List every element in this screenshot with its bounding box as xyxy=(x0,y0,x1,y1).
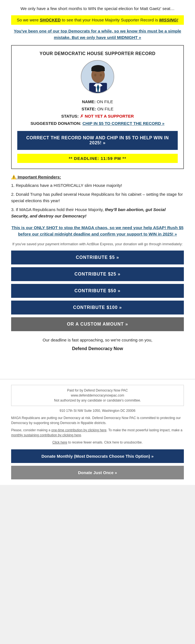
shocked-prefix: So we were xyxy=(17,18,40,22)
shocked-middle: to see that your House Majority Supporte… xyxy=(61,18,159,22)
spacer xyxy=(11,357,184,373)
contribute-50-button[interactable]: CONTRIBUTE $50 » xyxy=(11,284,184,298)
warning-icon: ⚠️ xyxy=(11,175,18,179)
avatar-svg xyxy=(81,61,114,93)
urgent-link-container: This is our ONLY SHOT to stop the MAGA c… xyxy=(11,225,184,237)
shocked-line: So we were SHOCKED to see that your Hous… xyxy=(11,15,184,25)
shocked-word: SHOCKED xyxy=(40,18,61,22)
custom-amount-button[interactable]: OR A CUSTOM AMOUNT » xyxy=(11,317,184,331)
missing-word: MISSING! xyxy=(159,18,178,22)
footer-note-1: MAGA Republicans are putting our Democra… xyxy=(11,415,184,425)
name-label: NAME: xyxy=(82,99,96,104)
reminder-1: 1. Republicans have a HISTORICALLY slim … xyxy=(11,182,184,189)
intro-text: We only have a few short months to WIN t… xyxy=(11,6,184,12)
status-label: STATUS: xyxy=(61,114,79,118)
correct-record-button[interactable]: CORRECT THE RECORD NOW AND CHIP IN $5 TO… xyxy=(17,131,178,150)
record-box: YOUR DEMOCRATIC HOUSE SUPPORTER RECORD xyxy=(11,45,184,169)
contribute-100-button[interactable]: CONTRIBUTE $100 » xyxy=(11,301,184,314)
donate-once-button[interactable]: Donate Just Once » xyxy=(11,466,184,479)
email-wrapper: We only have a few short months to WIN t… xyxy=(0,0,195,485)
svg-rect-8 xyxy=(91,68,105,71)
email-body: We only have a few short months to WIN t… xyxy=(0,0,195,379)
reminder-2: 2. Donald Trump has pulled several House… xyxy=(11,191,184,204)
donate-monthly-button[interactable]: Donate Monthly (Most Democrats Choose Th… xyxy=(11,449,184,463)
donation-link[interactable]: CHIP IN $5 TO CORRECT THE RECORD » xyxy=(82,121,165,126)
contribute-5-button[interactable]: CONTRIBUTE $5 » xyxy=(11,251,184,264)
name-value: ON FILE xyxy=(97,99,113,104)
record-fields: NAME: ON FILE STATE: ON FILE STATUS: ✗ N… xyxy=(17,98,178,127)
closing-text: Our deadline is fast approaching, so we'… xyxy=(11,337,184,343)
footer-auth: Not authorized by any candidate or candi… xyxy=(14,398,181,403)
state-row: STATE: ON FILE xyxy=(17,105,178,113)
status-row: STATUS: ✗ NOT YET A SUPPORTER xyxy=(17,112,178,120)
reminders-title-text: Important Reminders: xyxy=(18,175,61,179)
name-row: NAME: ON FILE xyxy=(17,98,178,105)
top-link[interactable]: You've been one of our top Democrats for… xyxy=(14,29,181,40)
paid-by-box: Paid for by Defend Democracy Now PAC www… xyxy=(11,385,184,406)
italic-text: they'll ban abortion, gut Social Securit… xyxy=(11,207,165,218)
paid-by-text: Paid for by Defend Democracy Now PAC xyxy=(14,388,181,393)
record-title: YOUR DEMOCRATIC HOUSE SUPPORTER RECORD xyxy=(17,51,178,56)
reminder-3: 3. If MAGA Republicans hold their House … xyxy=(11,207,184,219)
x-icon: ✗ xyxy=(80,114,85,118)
state-label: STATE: xyxy=(82,106,96,111)
reminders-title: ⚠️ Important Reminders: xyxy=(11,175,184,180)
actblue-note: If you've saved your payment information… xyxy=(11,242,184,247)
deadline-bar: ** DEADLINE: 11:59 PM ** xyxy=(17,154,178,163)
avatar xyxy=(81,60,114,93)
footer-note-2: Please, consider making a one-time contr… xyxy=(11,428,184,438)
monthly-link[interactable]: monthly sustaining contribution by click… xyxy=(11,433,81,437)
one-time-link[interactable]: one-time contribution by clicking here xyxy=(51,428,106,432)
avatar-wrapper xyxy=(17,60,178,94)
svg-point-9 xyxy=(94,74,96,76)
org-name: Defend Democracy Now xyxy=(11,346,184,351)
footer: Paid for by Defend Democracy Now PAC www… xyxy=(0,379,195,485)
donation-row: SUGGESTED DONATION: CHIP IN $5 TO CORREC… xyxy=(17,120,178,127)
status-value: NOT YET A SUPPORTER xyxy=(85,114,134,118)
top-link-container: You've been one of our top Democrats for… xyxy=(11,28,184,41)
footer-address: 910 17th St NW Suite 1050, Washington DC… xyxy=(11,409,184,413)
footer-website: www.defenddemocracynowpac.com xyxy=(14,393,181,398)
footer-links: Click here to receive fewer emails. Clic… xyxy=(11,440,184,445)
donation-label: SUGGESTED DONATION: xyxy=(31,121,81,126)
state-value: ON FILE xyxy=(97,106,113,111)
reminders-section: ⚠️ Important Reminders: 1. Republicans h… xyxy=(11,175,184,219)
fewer-emails-link[interactable]: Click here xyxy=(52,440,67,444)
contribute-25-button[interactable]: CONTRIBUTE $25 » xyxy=(11,267,184,281)
urgent-link[interactable]: This is our ONLY SHOT to stop the MAGA c… xyxy=(11,225,183,236)
svg-point-10 xyxy=(100,74,102,76)
